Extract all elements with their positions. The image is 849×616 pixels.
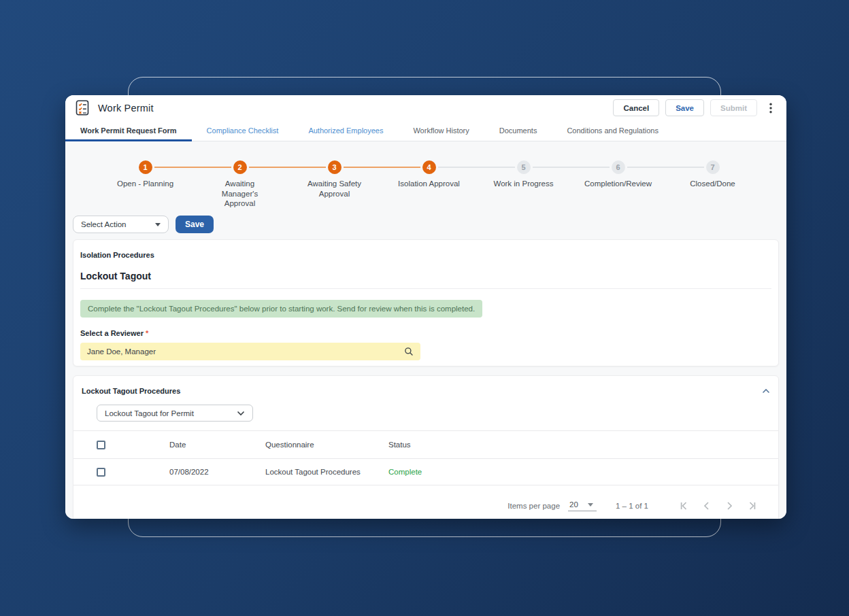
items-per-page-label: Items per page	[507, 502, 560, 510]
previous-page-icon[interactable]	[699, 498, 714, 513]
tab-work-permit-request-form[interactable]: Work Permit Request Form	[65, 120, 192, 141]
search-icon[interactable]	[404, 347, 414, 356]
step-circle: 5	[517, 160, 531, 174]
kebab-menu-icon[interactable]	[765, 100, 777, 116]
form-content: 1 Open - Planning 2 Awaiting Manager's A…	[65, 141, 786, 519]
tab-conditions-and-regulations[interactable]: Conditions and Regulations	[552, 120, 673, 141]
cell-date: 07/08/2022	[169, 468, 265, 476]
reviewer-search-input[interactable]: Jane Doe, Manager	[80, 343, 420, 360]
last-page-icon[interactable]	[744, 498, 759, 513]
row-checkbox-cell	[97, 468, 169, 477]
column-header-questionnaire: Questionnaire	[265, 441, 388, 449]
select-action-label: Select Action	[81, 220, 126, 228]
page-title: Work Permit	[98, 103, 154, 114]
save-button[interactable]: Save	[665, 99, 704, 116]
table-row: 07/08/2022 Lockout Tagout Procedures Com…	[73, 459, 778, 485]
step-circle: 1	[139, 160, 152, 174]
info-banner: Complete the "Lockout Tagout Procedures"…	[80, 300, 482, 318]
tab-bar: Work Permit Request Form Compliance Chec…	[65, 120, 786, 141]
step-circle: 6	[612, 160, 625, 174]
tab-documents[interactable]: Documents	[484, 120, 552, 141]
first-page-icon[interactable]	[677, 498, 692, 513]
column-header-date: Date	[169, 441, 265, 449]
tab-compliance-checklist[interactable]: Compliance Checklist	[192, 120, 294, 141]
reviewer-field-label: Select a Reviewer *	[80, 329, 771, 337]
step-circle: 4	[422, 160, 436, 174]
action-save-button[interactable]: Save	[176, 216, 214, 233]
action-bar: Select Action Save	[73, 216, 786, 233]
step-label: Isolation Approval	[382, 179, 476, 189]
step-label: Awaiting Safety Approval	[287, 179, 382, 199]
table-paginator: Items per page 20 1 – 1 of 1	[73, 485, 778, 519]
caret-down-icon	[155, 223, 161, 226]
step-circle: 3	[328, 160, 342, 174]
window-header: Work Permit Cancel Save Submit	[65, 95, 786, 120]
step-closed-done: 7 Closed/Done	[665, 160, 760, 209]
tab-authorized-employees[interactable]: Authorized Employees	[293, 120, 398, 141]
status-complete-link[interactable]: Complete	[388, 468, 422, 476]
cell-status: Complete	[388, 468, 778, 476]
select-action-dropdown[interactable]: Select Action	[73, 216, 169, 233]
isolation-procedures-panel: Isolation Procedures Lockout Tagout Comp…	[73, 239, 779, 366]
workflow-stepper: 1 Open - Planning 2 Awaiting Manager's A…	[98, 160, 760, 209]
step-label: Work in Progress	[476, 179, 571, 189]
submit-button[interactable]: Submit	[710, 99, 757, 116]
next-page-icon[interactable]	[722, 498, 737, 513]
checklist-icon	[75, 99, 90, 116]
step-label: Open - Planning	[98, 179, 193, 189]
lockout-tagout-procedures-panel: Lockout Tagout Procedures Lockout Tagout…	[73, 375, 779, 519]
required-asterisk: *	[146, 329, 148, 337]
procedure-template-dropdown[interactable]: Lockout Tagout for Permit	[97, 405, 253, 422]
step-label: Closed/Done	[665, 179, 760, 189]
cell-questionnaire: Lockout Tagout Procedures	[265, 468, 388, 476]
reviewer-value: Jane Doe, Manager	[87, 347, 156, 356]
header-checkbox-cell	[97, 441, 169, 449]
column-header-status: Status	[388, 441, 778, 449]
section-label: Isolation Procedures	[80, 251, 771, 259]
step-label: Completion/Review	[571, 179, 665, 189]
items-per-page-select[interactable]: 20	[568, 500, 597, 511]
cancel-button[interactable]: Cancel	[613, 99, 659, 116]
step-circle: 7	[706, 160, 720, 174]
step-label: Awaiting Manager's Approval	[193, 179, 287, 209]
chevron-up-icon[interactable]	[762, 388, 770, 394]
select-all-checkbox[interactable]	[97, 441, 105, 449]
header-actions: Cancel Save Submit	[613, 99, 777, 116]
lockout-tagout-heading: Lockout Tagout	[80, 271, 771, 281]
items-per-page-value: 20	[569, 500, 578, 509]
work-permit-window: Work Permit Cancel Save Submit Work Perm…	[65, 95, 786, 519]
panel-header: Lockout Tagout Procedures	[73, 383, 778, 399]
chevron-down-icon	[237, 411, 245, 416]
tab-workflow-history[interactable]: Workflow History	[398, 120, 484, 141]
row-checkbox[interactable]	[97, 468, 105, 477]
caret-down-icon	[588, 503, 593, 507]
table-header-row: Date Questionnaire Status	[73, 431, 778, 459]
paginator-range: 1 – 1 of 1	[616, 502, 648, 510]
paginator-nav	[677, 498, 759, 513]
procedure-template-value: Lockout Tagout for Permit	[105, 409, 194, 417]
panel-title: Lockout Tagout Procedures	[82, 387, 180, 395]
step-circle: 2	[233, 160, 247, 174]
